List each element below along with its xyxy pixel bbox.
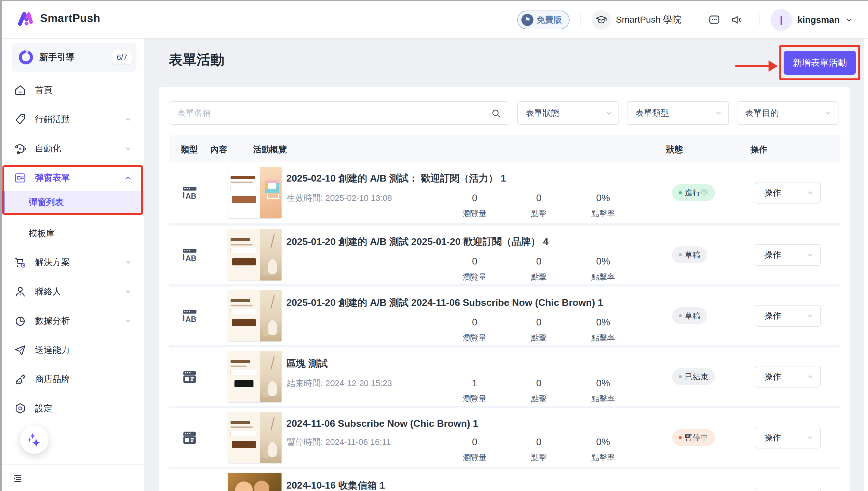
content-cell [211, 408, 286, 467]
campaign-title[interactable]: 2025-01-20 創建的 A/B 測試 2025-01-20 歡迎訂閱（品牌… [286, 235, 657, 249]
row-action-dropdown[interactable]: 操作 [755, 488, 821, 491]
sidebar-item-home[interactable]: 首頁 [2, 81, 144, 99]
sidebar-item-automation[interactable]: 自動化 [2, 140, 144, 158]
academy-link[interactable]: SmartPush 學院 [592, 10, 681, 30]
status-dot-icon [679, 436, 682, 439]
campaign-time: 結束時間: 2024-12-20 15:23 [286, 378, 449, 404]
overview-cell: 2025-01-20 創建的 A/B 測試 2025-01-20 歡迎訂閱（品牌… [286, 226, 657, 284]
create-form-campaign-button[interactable]: 新增表單活動 [784, 51, 856, 75]
status-dot-icon [679, 191, 682, 194]
annotation-arrow [735, 60, 778, 72]
row-action-dropdown[interactable]: 操作 [755, 244, 821, 266]
brush-icon [13, 373, 27, 386]
plan-badge[interactable]: ⚑ 免費版 [517, 10, 569, 29]
stat-views: 0 瀏覽量 [449, 193, 500, 219]
scrollbar-track[interactable] [864, 38, 868, 491]
status-badge: 已結束 [672, 368, 715, 385]
plan-badge-label: 免費版 [536, 14, 562, 26]
overview-cell: 區塊 測試 結束時間: 2024-12-20 15:23 1 瀏覽量 0 點擊 … [286, 347, 657, 406]
type-cell: AB [181, 408, 211, 467]
onboarding-card[interactable]: 新手引導 6/7 [12, 43, 136, 72]
campaign-title[interactable]: 區塊 測試 [286, 357, 657, 370]
sidebar-item-popup-forms[interactable]: 彈窗表單 [2, 169, 144, 187]
type-cell: AB [181, 287, 211, 345]
announcement-speaker-icon[interactable] [731, 13, 743, 26]
tag-icon [13, 113, 27, 126]
stat-clicks: 0 點擊 [513, 436, 564, 463]
status-cell: 草稿 [657, 226, 733, 284]
sidebar-item-deliverability[interactable]: 送達能力 [2, 341, 144, 359]
table-row: AB 2025-02-10 創建的 A/B 測試： 歡迎訂閱（活力） 1 生效時… [169, 162, 840, 223]
search-icon[interactable] [491, 109, 501, 119]
status-badge: 草稿 [672, 307, 707, 324]
sidebar-item-solutions[interactable]: 解決方案 [2, 253, 144, 271]
form-preview-thumbnail[interactable] [227, 229, 282, 281]
form-preview-thumbnail[interactable] [227, 290, 282, 342]
sidebar-item-popup-list[interactable]: 彈窗列表 [2, 191, 144, 213]
row-action-dropdown[interactable]: 操作 [755, 427, 821, 449]
row-action-dropdown[interactable]: 操作 [755, 366, 821, 387]
sidebar-item-contacts[interactable]: 聯絡人 [2, 283, 144, 301]
status-badge: 進行中 [672, 184, 715, 201]
row-action-dropdown[interactable]: 操作 [755, 182, 821, 204]
popup-form-icon [13, 171, 27, 185]
campaign-title[interactable]: 2024-10-16 收集信箱 1 [286, 479, 657, 491]
sidebar-item-campaigns[interactable]: 行銷活動 [2, 110, 144, 128]
filter-form-type[interactable]: 表單類型 [627, 102, 729, 125]
sidebar-item-store-brand[interactable]: 商店品牌 [2, 370, 144, 388]
popup-type-icon [181, 429, 198, 446]
campaign-stats: 0 瀏覽量 0 點擊 0% 點擊率 [449, 436, 629, 463]
type-cell: AB [181, 226, 211, 284]
form-preview-thumbnail[interactable] [227, 472, 282, 491]
campaign-title[interactable]: 2025-02-10 創建的 A/B 測試： 歡迎訂閱（活力） 1 [286, 172, 657, 185]
stat-ctr: 0% 點擊率 [578, 378, 629, 404]
table-row: AB 2025-01-20 創建的 A/B 測試 2024-11-06 Subs… [169, 284, 840, 345]
column-header-action: 操作 [750, 144, 767, 155]
column-header-overview: 活動概覽 [253, 144, 287, 155]
brand-logo[interactable]: SmartPush [17, 10, 100, 27]
stat-views: 0 瀏覽量 [449, 256, 500, 282]
campaign-title[interactable]: 2025-01-20 創建的 A/B 測試 2024-11-06 Subscri… [286, 296, 657, 310]
cart-icon [13, 256, 27, 269]
chevron-down-icon [124, 145, 132, 152]
filter-bar: 表單狀態 表單類型 表單目的 [169, 102, 840, 125]
status-dot-icon [679, 314, 682, 317]
chevron-down-icon [807, 251, 814, 258]
stat-clicks: 0 點擊 [513, 378, 564, 404]
form-preview-thumbnail[interactable] [227, 167, 282, 219]
popup-type-icon [181, 490, 198, 491]
send-icon [13, 343, 27, 357]
flag-icon: ⚑ [521, 14, 533, 26]
status-cell: 已結束 [657, 347, 733, 406]
status-badge: 草稿 [672, 247, 707, 263]
campaign-title[interactable]: 2024-11-06 Subscribe Now (Chic Brown) 1 [286, 418, 657, 429]
svg-text:AB: AB [186, 254, 196, 262]
campaign-stats: 0 瀏覽量 0 點擊 0% 點擊率 [449, 193, 629, 219]
progress-ring-icon [19, 50, 33, 65]
stat-views: 1 瀏覽量 [449, 378, 500, 404]
content-cell [211, 162, 286, 223]
form-preview-thumbnail[interactable] [227, 412, 282, 464]
filter-form-status[interactable]: 表單狀態 [517, 102, 619, 125]
sidebar: 新手引導 6/7 首頁 行銷活動 [2, 38, 144, 491]
chevron-down-icon [807, 434, 814, 441]
user-menu[interactable]: | kingsman [770, 9, 853, 31]
stat-views: 0 瀏覽量 [449, 436, 500, 463]
search-input[interactable] [169, 102, 509, 124]
sidebar-item-settings[interactable]: 設定 [2, 400, 144, 418]
chevron-down-icon [715, 110, 722, 117]
content-cell [211, 226, 286, 284]
form-preview-thumbnail[interactable] [227, 351, 282, 403]
filter-form-purpose[interactable]: 表單目的 [737, 102, 838, 125]
sidebar-item-analytics[interactable]: 數據分析 [2, 312, 144, 330]
row-action-dropdown[interactable]: 操作 [755, 305, 821, 327]
collapse-sidebar-icon[interactable] [12, 472, 23, 484]
feedback-chat-icon[interactable] [708, 14, 720, 26]
app-window: SmartPush ⚑ 免費版 SmartPush 學院 [2, 1, 868, 491]
svg-text:AB: AB [186, 315, 196, 323]
sidebar-item-template-library[interactable]: 模板庫 [2, 223, 144, 245]
settings-icon [13, 402, 27, 415]
status-cell: 暫停中 [657, 408, 733, 467]
ai-assistant-button[interactable] [20, 426, 49, 454]
campaign-time [286, 317, 449, 343]
